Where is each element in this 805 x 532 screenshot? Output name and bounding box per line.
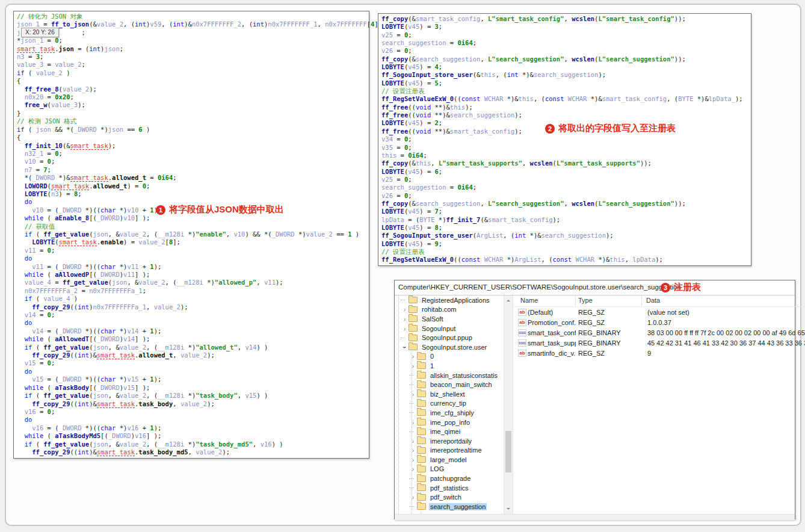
code-line[interactable]: LOBYTE(v45) = 4; <box>381 63 751 71</box>
tree-expander-icon[interactable]: › <box>401 343 409 351</box>
code-line[interactable]: search_suggestion = 0i64; <box>381 39 751 47</box>
registry-tree-item[interactable]: ›rohitab.com <box>395 305 504 315</box>
registry-tree-item[interactable]: ›biz_shellext <box>395 389 504 399</box>
code-line[interactable]: ff_SogouInput_store_user(&this, (int *)&… <box>381 71 751 79</box>
code-line[interactable]: jso ; <box>17 29 369 37</box>
code-line[interactable]: { <box>17 134 369 141</box>
code-line[interactable]: // 设置注册表 <box>381 87 751 95</box>
tree-item-label[interactable]: biz_shellext <box>429 391 466 398</box>
tree-item-label[interactable]: LOG <box>429 465 445 472</box>
tree-horizontal-scrollbar[interactable] <box>395 514 795 520</box>
registry-tree-item[interactable]: ›1 <box>395 361 504 371</box>
code-line[interactable]: if ( value_2 ) <box>17 69 369 77</box>
code-line[interactable]: ff_copy(&smart_task_config, L"smart_task… <box>381 15 751 23</box>
code-line[interactable]: if ( value_4 ) <box>17 295 369 303</box>
tree-expander-icon[interactable]: › <box>401 315 409 323</box>
code-line[interactable]: ff_copy_29((int)&smart_task.allowed_t, v… <box>17 351 369 359</box>
code-line[interactable]: ff_SogouInput_store_user(ArgList, (int *… <box>381 232 751 240</box>
registry-tree-item[interactable]: ›imereportdaily <box>395 436 504 446</box>
tree-item-label[interactable]: pdf_statistics <box>429 484 470 492</box>
value-name[interactable]: smart_task_config <box>528 329 576 336</box>
code-line[interactable]: ff_copy(&this, L"smart_task_supports", w… <box>381 159 751 167</box>
registry-value-row[interactable]: absmartinfo_dic_v...REG_SZ9 <box>513 348 805 358</box>
code-line[interactable]: if ( ff_get_value(json, &value_2, (__m12… <box>17 441 369 448</box>
tree-item-label[interactable]: large_model <box>429 456 468 463</box>
registry-address-text[interactable]: Computer\HKEY_CURRENT_USER\SOFTWARE\Sogo… <box>398 283 681 291</box>
code-line[interactable]: if ( ff_get_value(json, &value_2, (__m12… <box>17 344 369 351</box>
registry-tree-item[interactable]: RegisteredApplications <box>395 295 504 305</box>
registry-tree-item[interactable]: ›SalSoft <box>395 314 504 324</box>
column-header-name[interactable]: Name <box>513 295 576 306</box>
code-line[interactable]: ff_RegSetValueExW_0((const WCHAR *)&this… <box>381 95 751 103</box>
tree-expander-icon[interactable]: › <box>409 447 417 454</box>
registry-tree-item[interactable]: ›ime_pop_info <box>395 418 504 427</box>
tree-item-label[interactable]: SalSoft <box>421 315 444 323</box>
code-line[interactable]: v25 = 0; <box>381 31 751 39</box>
tree-item-label[interactable]: currency_tip <box>429 400 467 407</box>
code-line[interactable]: do <box>17 368 369 376</box>
registry-tree-item[interactable]: ime_qimei <box>395 427 504 436</box>
tree-item-label[interactable]: SogouInput.ppup <box>421 334 473 341</box>
code-line[interactable]: v26 = 0; <box>381 47 751 55</box>
code-line[interactable]: ff_copy_29((int)&smart_task.task_body_md… <box>17 448 369 456</box>
code-line[interactable]: ff_free((void **)&this); <box>381 104 751 111</box>
code-line[interactable]: LOWORD(smart_task.allowed_t) = 0; <box>17 182 369 190</box>
code-line[interactable]: v34 = 0; <box>381 135 751 143</box>
code-line[interactable]: v35 = 0; <box>381 144 751 152</box>
code-line[interactable]: v15 = (_DWORD *)((char *)v15 + 1); <box>17 376 369 383</box>
tree-expander-icon[interactable]: › <box>401 325 409 332</box>
scroll-down-icon[interactable] <box>507 508 510 512</box>
tree-item-label[interactable]: rohitab.com <box>421 306 457 313</box>
tree-item-label[interactable]: allskin_statusiconstatis <box>429 372 499 379</box>
code-line[interactable]: this = 0i64; <box>381 152 751 159</box>
code-line[interactable]: ff_RegSetValueExW_0((const WCHAR *)ArgLi… <box>381 256 751 264</box>
code-line[interactable]: ff_free_8(value_2); <box>17 85 369 93</box>
scrollbar-thumb[interactable] <box>505 431 511 472</box>
tree-item-label[interactable]: pdf_switch <box>429 493 463 501</box>
registry-tree-item[interactable]: search_suggestion <box>395 502 504 512</box>
tree-item-label[interactable]: patchupgrade <box>429 475 472 482</box>
tree-expander-icon[interactable]: › <box>409 438 417 445</box>
code-line[interactable]: free_w(value_3); <box>17 101 369 109</box>
code-line[interactable]: LOBYTE(v45) = 9; <box>381 240 751 248</box>
registry-tree-item[interactable]: ›pdf_switch <box>395 492 504 502</box>
code-line[interactable]: ff_copy(&search_suggestion, L"search_sug… <box>381 200 751 208</box>
code-line[interactable]: ff_init_10(&smart_task); <box>17 142 369 150</box>
tree-item-label[interactable]: SogouInput.store.user <box>421 344 488 351</box>
value-name[interactable]: Promotion_conf... <box>528 319 576 326</box>
tree-expander-icon[interactable]: › <box>401 306 409 313</box>
code-line[interactable]: *json_1 = 0; <box>17 37 369 45</box>
pseudocode-text[interactable]: ff_copy(&smart_task_config, L"smart_task… <box>378 14 751 264</box>
tree-item-label[interactable]: imereportdaily <box>429 438 473 445</box>
value-name[interactable]: (Default) <box>528 309 576 316</box>
code-line[interactable]: v25 = 0; <box>381 176 751 184</box>
code-line[interactable]: ff_copy_29((int)&smart_task.task_body, v… <box>17 400 369 408</box>
code-line[interactable]: smart_task.json = (int)json; <box>17 45 369 53</box>
code-line[interactable]: v14 = 0; <box>17 311 369 319</box>
registry-tree-item[interactable]: beacon_main_switch <box>395 380 504 389</box>
code-line[interactable]: value_4 = ff_get_value(json, &value_2, (… <box>17 279 369 286</box>
code-line[interactable]: if ( ff_get_value(json, &value_2, (__m12… <box>17 230 369 238</box>
value-name[interactable]: smartinfo_dic_v... <box>528 350 576 357</box>
registry-tree-item[interactable]: ›LOG <box>395 465 504 474</box>
tree-item-label[interactable]: beacon_main_switch <box>429 381 493 388</box>
code-line[interactable]: { <box>17 77 369 85</box>
registry-value-row[interactable]: abPromotion_conf...REG_SZ1.0.0.37 <box>513 317 805 327</box>
registry-address-bar[interactable]: Computer\HKEY_CURRENT_USER\SOFTWARE\Sogo… <box>395 280 795 295</box>
code-line[interactable]: ff_free((void **)&search_suggestion); <box>381 111 751 119</box>
tree-expander-icon[interactable]: › <box>409 419 417 426</box>
code-line[interactable]: LOBYTE(n3) = 8; <box>17 190 369 198</box>
code-line[interactable]: // 获取值 <box>17 223 369 230</box>
registry-value-row[interactable]: 0101smart_task_configREG_BINARY38 03 00 … <box>513 327 805 338</box>
code-line[interactable]: do <box>17 319 369 327</box>
code-line[interactable]: ff_copy(&search_suggestion, L"search_sug… <box>381 55 751 63</box>
tree-expander-icon[interactable]: › <box>409 465 417 472</box>
code-line[interactable]: while ( aTaskBody[(_DWORD)v15] ); <box>17 384 369 392</box>
code-line[interactable]: json_1 = ff_to_json(&value_2, (int)v59, … <box>17 20 369 28</box>
code-line[interactable]: if ( json && *(_DWORD *)json == 6 ) <box>17 126 369 134</box>
value-name[interactable]: smart_task_supp... <box>528 339 576 347</box>
code-line[interactable]: while ( aAllowedP[(_DWORD)v11] ); <box>17 271 369 279</box>
tree-expander-icon[interactable]: › <box>409 456 417 463</box>
code-line[interactable]: } <box>17 110 369 117</box>
tree-item-label[interactable]: ime_cfg_shiply <box>429 409 475 416</box>
